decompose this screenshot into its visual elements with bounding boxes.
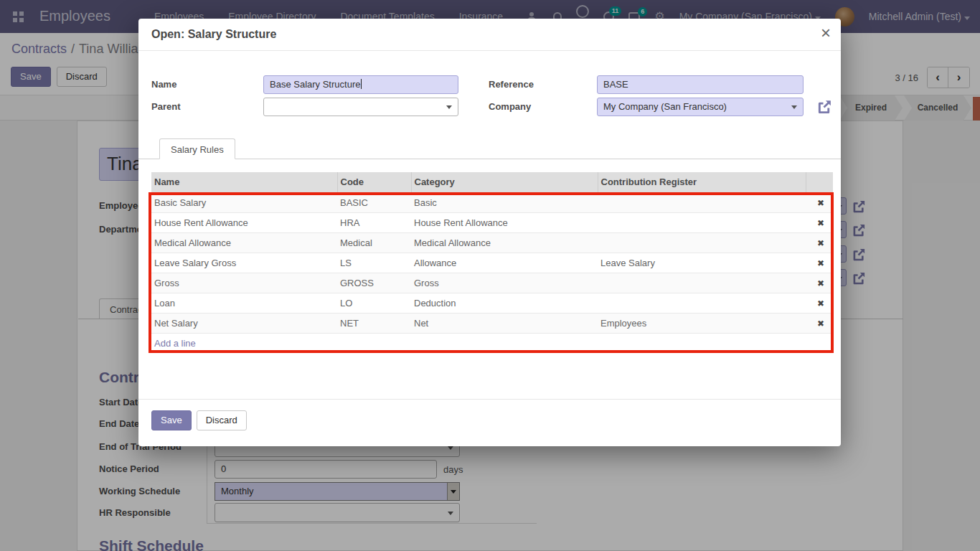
delete-row-icon[interactable]: ✖	[817, 258, 824, 268]
table-row: Medical Allowance Medical Medical Allowa…	[151, 232, 833, 253]
delete-row-icon[interactable]: ✖	[817, 238, 824, 248]
cell-code[interactable]: LO	[337, 293, 411, 313]
table-row: Loan LO Deduction ✖	[151, 293, 833, 313]
modal-save-button[interactable]: Save	[151, 410, 192, 430]
cell-register[interactable]	[598, 273, 806, 293]
cell-name[interactable]: Basic Salary	[151, 192, 337, 212]
cell-code[interactable]: NET	[337, 313, 411, 333]
column-header-name[interactable]: Name	[151, 172, 337, 192]
cell-category[interactable]: Net	[411, 313, 598, 333]
cell-register[interactable]	[598, 293, 806, 313]
cell-register[interactable]	[598, 212, 806, 232]
table-row: Leave Salary Gross LS Allowance Leave Sa…	[151, 253, 833, 273]
cell-category[interactable]: Allowance	[411, 253, 598, 273]
column-header-delete	[806, 172, 833, 192]
cell-name[interactable]: Net Salary	[151, 313, 337, 333]
column-header-code[interactable]: Code	[337, 172, 411, 192]
reference-input[interactable]: BASE	[597, 75, 804, 94]
cell-register[interactable]	[598, 232, 806, 253]
chevron-down-icon	[446, 105, 452, 109]
company-label: Company	[489, 101, 531, 112]
delete-row-icon[interactable]: ✖	[817, 319, 824, 329]
delete-row-icon[interactable]: ✖	[817, 298, 824, 309]
cell-name[interactable]: Leave Salary Gross	[151, 253, 337, 273]
cell-code[interactable]: BASIC	[337, 192, 411, 212]
salary-structure-modal: Open: Salary Structure × Name Base Salar…	[138, 19, 841, 446]
cell-category[interactable]: Deduction	[411, 293, 598, 313]
modal-footer-divider	[138, 399, 841, 400]
chevron-down-icon	[791, 105, 797, 109]
cell-code[interactable]: HRA	[337, 212, 411, 232]
cell-category[interactable]: House Rent Allowance	[411, 212, 598, 232]
modal-tabbar-line	[138, 159, 841, 159]
table-row: Basic Salary BASIC Basic ✖	[151, 192, 833, 212]
cell-name[interactable]: Medical Allowance	[151, 232, 337, 253]
column-header-category[interactable]: Category	[411, 172, 598, 192]
parent-label: Parent	[151, 101, 180, 112]
cell-category[interactable]: Medical Allowance	[411, 232, 598, 253]
column-header-contribution-register[interactable]: Contribution Register	[598, 172, 806, 192]
modal-discard-button[interactable]: Discard	[197, 410, 247, 430]
reference-label: Reference	[489, 79, 534, 90]
close-icon[interactable]: ×	[821, 23, 831, 44]
cell-category[interactable]: Basic	[411, 192, 598, 212]
table-row-add: Add a line	[151, 333, 833, 353]
cell-name[interactable]: Loan	[151, 293, 337, 313]
table-row: Net Salary NET Net Employees ✖	[151, 313, 833, 333]
cell-code[interactable]: Medical	[337, 232, 411, 253]
company-combo[interactable]: My Company (San Francisco)	[597, 98, 804, 116]
text-cursor	[361, 79, 362, 89]
cell-register[interactable]: Leave Salary	[598, 253, 806, 273]
name-label: Name	[151, 79, 176, 90]
salary-rules-table: Name Code Category Contribution Register…	[151, 172, 833, 353]
tab-salary-rules[interactable]: Salary Rules	[159, 138, 235, 159]
name-input[interactable]: Base Salary Structure	[263, 75, 458, 94]
table-row: House Rent Allowance HRA House Rent Allo…	[151, 212, 833, 232]
parent-combo[interactable]	[263, 98, 458, 116]
table-header-row: Name Code Category Contribution Register	[151, 172, 833, 192]
add-a-line-link[interactable]: Add a line	[154, 338, 196, 349]
delete-row-icon[interactable]: ✖	[817, 278, 824, 288]
cell-code[interactable]: GROSS	[337, 273, 411, 293]
external-link-icon[interactable]	[816, 98, 833, 118]
modal-header-divider	[138, 50, 841, 51]
cell-name[interactable]: House Rent Allowance	[151, 212, 337, 232]
cell-category[interactable]: Gross	[411, 273, 598, 293]
delete-row-icon[interactable]: ✖	[817, 218, 824, 228]
delete-row-icon[interactable]: ✖	[817, 198, 824, 208]
modal-title: Open: Salary Structure	[151, 28, 276, 41]
table-row: Gross GROSS Gross ✖	[151, 273, 833, 293]
cell-register[interactable]	[598, 192, 806, 212]
cell-code[interactable]: LS	[337, 253, 411, 273]
cell-name[interactable]: Gross	[151, 273, 337, 293]
cell-register[interactable]: Employees	[598, 313, 806, 333]
